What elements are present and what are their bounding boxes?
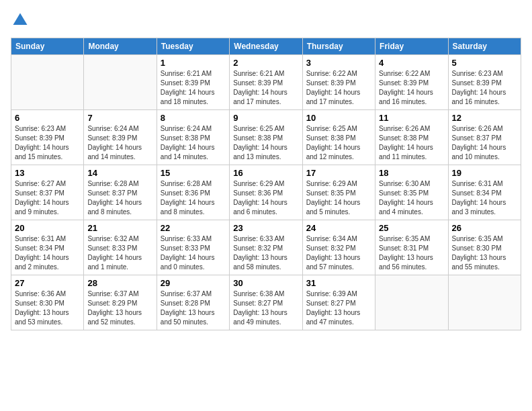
day-number: 10: [306, 113, 371, 123]
day-number: 4: [379, 58, 444, 68]
calendar-cell: 10Sunrise: 6:25 AM Sunset: 8:38 PM Dayli…: [302, 110, 375, 165]
calendar-cell: 25Sunrise: 6:35 AM Sunset: 8:31 PM Dayli…: [375, 220, 448, 275]
day-info: Sunrise: 6:35 AM Sunset: 8:30 PM Dayligh…: [452, 234, 517, 272]
calendar-cell: [448, 275, 521, 330]
calendar-cell: 16Sunrise: 6:29 AM Sunset: 8:36 PM Dayli…: [230, 165, 302, 220]
calendar-cell: 6Sunrise: 6:23 AM Sunset: 8:39 PM Daylig…: [11, 110, 84, 165]
calendar-cell: 29Sunrise: 6:37 AM Sunset: 8:28 PM Dayli…: [157, 275, 229, 330]
day-info: Sunrise: 6:36 AM Sunset: 8:30 PM Dayligh…: [15, 289, 80, 327]
calendar-cell: 26Sunrise: 6:35 AM Sunset: 8:30 PM Dayli…: [448, 220, 521, 275]
day-number: 29: [161, 278, 226, 288]
day-info: Sunrise: 6:37 AM Sunset: 8:28 PM Dayligh…: [161, 289, 226, 327]
calendar-cell: 31Sunrise: 6:39 AM Sunset: 8:27 PM Dayli…: [302, 275, 375, 330]
day-info: Sunrise: 6:24 AM Sunset: 8:39 PM Dayligh…: [87, 124, 152, 162]
calendar-week-row: 13Sunrise: 6:27 AM Sunset: 8:37 PM Dayli…: [11, 165, 521, 220]
calendar-cell: 21Sunrise: 6:32 AM Sunset: 8:33 PM Dayli…: [84, 220, 157, 275]
days-of-week-row: SundayMondayTuesdayWednesdayThursdayFrid…: [11, 38, 521, 55]
calendar-cell: 24Sunrise: 6:34 AM Sunset: 8:32 PM Dayli…: [302, 220, 375, 275]
day-info: Sunrise: 6:33 AM Sunset: 8:33 PM Dayligh…: [161, 234, 226, 272]
calendar-cell: 17Sunrise: 6:29 AM Sunset: 8:35 PM Dayli…: [302, 165, 375, 220]
day-info: Sunrise: 6:21 AM Sunset: 8:39 PM Dayligh…: [161, 69, 226, 107]
day-of-week-header: Thursday: [302, 38, 375, 55]
calendar-cell: 30Sunrise: 6:38 AM Sunset: 8:27 PM Dayli…: [230, 275, 302, 330]
day-number: 3: [306, 58, 371, 68]
day-info: Sunrise: 6:35 AM Sunset: 8:31 PM Dayligh…: [379, 234, 444, 272]
day-number: 5: [452, 58, 517, 68]
day-info: Sunrise: 6:33 AM Sunset: 8:32 PM Dayligh…: [233, 234, 298, 272]
day-number: 2: [233, 58, 298, 68]
day-number: 9: [233, 113, 298, 123]
calendar-cell: 22Sunrise: 6:33 AM Sunset: 8:33 PM Dayli…: [157, 220, 229, 275]
day-of-week-header: Wednesday: [230, 38, 302, 55]
day-info: Sunrise: 6:24 AM Sunset: 8:38 PM Dayligh…: [161, 124, 226, 162]
calendar-cell: 5Sunrise: 6:23 AM Sunset: 8:39 PM Daylig…: [448, 55, 521, 110]
calendar-table: SundayMondayTuesdayWednesdayThursdayFrid…: [11, 38, 521, 330]
calendar-cell: 28Sunrise: 6:37 AM Sunset: 8:29 PM Dayli…: [84, 275, 157, 330]
calendar-cell: 8Sunrise: 6:24 AM Sunset: 8:38 PM Daylig…: [157, 110, 229, 165]
calendar-cell: 14Sunrise: 6:28 AM Sunset: 8:37 PM Dayli…: [84, 165, 157, 220]
day-number: 31: [306, 278, 371, 288]
day-number: 17: [306, 168, 371, 178]
day-info: Sunrise: 6:32 AM Sunset: 8:33 PM Dayligh…: [87, 234, 152, 272]
day-number: 30: [233, 278, 298, 288]
day-info: Sunrise: 6:31 AM Sunset: 8:34 PM Dayligh…: [15, 234, 80, 272]
calendar-week-row: 27Sunrise: 6:36 AM Sunset: 8:30 PM Dayli…: [11, 275, 521, 330]
calendar-header: SundayMondayTuesdayWednesdayThursdayFrid…: [11, 38, 521, 55]
day-number: 20: [15, 223, 80, 233]
logo: [11, 11, 32, 30]
day-of-week-header: Tuesday: [157, 38, 229, 55]
day-number: 23: [233, 223, 298, 233]
day-info: Sunrise: 6:26 AM Sunset: 8:38 PM Dayligh…: [379, 124, 444, 162]
calendar-cell: [375, 275, 448, 330]
day-number: 22: [161, 223, 226, 233]
day-info: Sunrise: 6:28 AM Sunset: 8:37 PM Dayligh…: [87, 179, 152, 217]
calendar-cell: 19Sunrise: 6:31 AM Sunset: 8:34 PM Dayli…: [448, 165, 521, 220]
day-info: Sunrise: 6:22 AM Sunset: 8:39 PM Dayligh…: [306, 69, 371, 107]
calendar-body: 1Sunrise: 6:21 AM Sunset: 8:39 PM Daylig…: [11, 55, 521, 330]
day-number: 24: [306, 223, 371, 233]
day-number: 11: [379, 113, 444, 123]
day-number: 19: [452, 168, 517, 178]
day-of-week-header: Monday: [84, 38, 157, 55]
day-info: Sunrise: 6:25 AM Sunset: 8:38 PM Dayligh…: [306, 124, 371, 162]
calendar-cell: [11, 55, 84, 110]
calendar-cell: [84, 55, 157, 110]
page-header: [11, 11, 521, 30]
calendar-cell: 27Sunrise: 6:36 AM Sunset: 8:30 PM Dayli…: [11, 275, 84, 330]
day-info: Sunrise: 6:34 AM Sunset: 8:32 PM Dayligh…: [306, 234, 371, 272]
day-number: 26: [452, 223, 517, 233]
calendar-cell: 20Sunrise: 6:31 AM Sunset: 8:34 PM Dayli…: [11, 220, 84, 275]
day-info: Sunrise: 6:22 AM Sunset: 8:39 PM Dayligh…: [379, 69, 444, 107]
day-info: Sunrise: 6:23 AM Sunset: 8:39 PM Dayligh…: [452, 69, 517, 107]
calendar-cell: 3Sunrise: 6:22 AM Sunset: 8:39 PM Daylig…: [302, 55, 375, 110]
day-of-week-header: Friday: [375, 38, 448, 55]
day-info: Sunrise: 6:28 AM Sunset: 8:36 PM Dayligh…: [161, 179, 226, 217]
calendar-cell: 2Sunrise: 6:21 AM Sunset: 8:39 PM Daylig…: [230, 55, 302, 110]
calendar-cell: 23Sunrise: 6:33 AM Sunset: 8:32 PM Dayli…: [230, 220, 302, 275]
day-number: 12: [452, 113, 517, 123]
day-info: Sunrise: 6:29 AM Sunset: 8:36 PM Dayligh…: [233, 179, 298, 217]
day-number: 25: [379, 223, 444, 233]
day-info: Sunrise: 6:39 AM Sunset: 8:27 PM Dayligh…: [306, 289, 371, 327]
day-of-week-header: Sunday: [11, 38, 84, 55]
day-info: Sunrise: 6:23 AM Sunset: 8:39 PM Dayligh…: [15, 124, 80, 162]
day-number: 27: [15, 278, 80, 288]
calendar-cell: 1Sunrise: 6:21 AM Sunset: 8:39 PM Daylig…: [157, 55, 229, 110]
calendar-week-row: 6Sunrise: 6:23 AM Sunset: 8:39 PM Daylig…: [11, 110, 521, 165]
day-info: Sunrise: 6:21 AM Sunset: 8:39 PM Dayligh…: [233, 69, 298, 107]
day-info: Sunrise: 6:38 AM Sunset: 8:27 PM Dayligh…: [233, 289, 298, 327]
day-number: 8: [161, 113, 226, 123]
day-number: 28: [87, 278, 152, 288]
day-number: 21: [87, 223, 152, 233]
day-info: Sunrise: 6:29 AM Sunset: 8:35 PM Dayligh…: [306, 179, 371, 217]
calendar-week-row: 20Sunrise: 6:31 AM Sunset: 8:34 PM Dayli…: [11, 220, 521, 275]
day-info: Sunrise: 6:30 AM Sunset: 8:35 PM Dayligh…: [379, 179, 444, 217]
calendar-cell: 4Sunrise: 6:22 AM Sunset: 8:39 PM Daylig…: [375, 55, 448, 110]
day-number: 6: [15, 113, 80, 123]
calendar-cell: 9Sunrise: 6:25 AM Sunset: 8:38 PM Daylig…: [230, 110, 302, 165]
calendar-cell: 15Sunrise: 6:28 AM Sunset: 8:36 PM Dayli…: [157, 165, 229, 220]
day-number: 1: [161, 58, 226, 68]
day-number: 18: [379, 168, 444, 178]
day-info: Sunrise: 6:27 AM Sunset: 8:37 PM Dayligh…: [15, 179, 80, 217]
day-number: 14: [87, 168, 152, 178]
